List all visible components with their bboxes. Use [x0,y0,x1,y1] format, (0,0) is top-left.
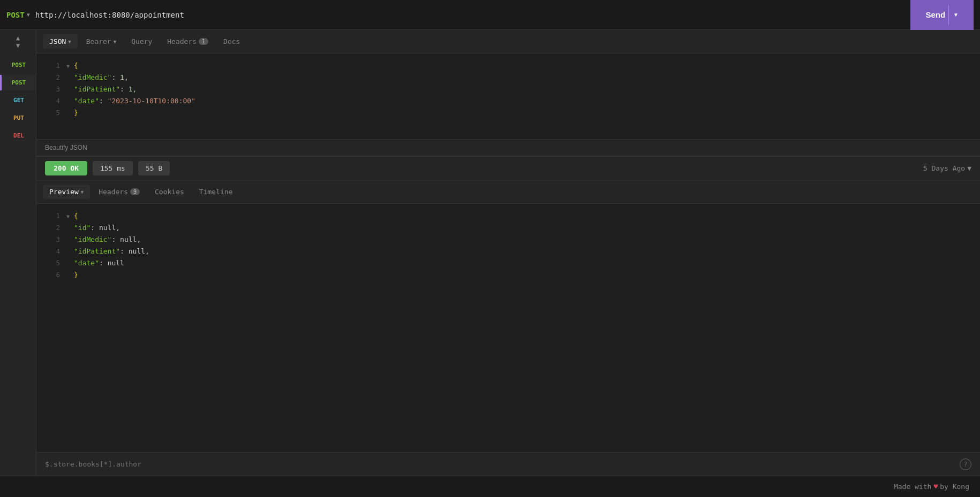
req-line-5: 5 } [36,107,980,119]
footer: Made with ♥ by Kong [0,476,980,497]
tab-json-label: JSON [49,37,66,45]
tab-bearer-label: Bearer [86,37,111,45]
status-bar: 200 OK 155 ms 55 B 5 Days Ago ▼ [36,157,980,180]
footer-heart-icon: ♥ [933,483,938,491]
tab-query-label: Query [131,37,152,45]
headers-response-badge: 9 [130,188,140,195]
res-line-1: 1 ▼ { [36,210,980,222]
res-line-4: 4 "idPatient": null, [36,246,980,257]
req-line-1: 1 ▼ { [36,60,980,72]
beautify-json-button[interactable]: Beautify JSON [45,144,87,151]
res-line-2: 2 "id": null, [36,222,980,234]
headers-request-badge: 1 [199,38,208,45]
response-body-editor: 1 ▼ { 2 "id": null, 3 "idMedic": null, [36,204,980,452]
tab-json[interactable]: JSON ▼ [43,34,78,49]
response-size: 55 B [138,161,170,175]
request-body-editor[interactable]: 1 ▼ { 2 "idMedic": 1, 3 "idPatient": 1, [36,53,980,139]
sidebar-item-del[interactable]: DEL [0,128,36,143]
sidebar-item-post-2[interactable]: POST [0,75,36,90]
footer-brand: Made with ♥ by Kong [894,483,969,491]
response-time: 155 ms [93,161,133,175]
tab-bearer[interactable]: Bearer ▼ [80,34,123,49]
jsonpath-bar: ? [36,452,980,476]
tab-headers-request-label: Headers [167,37,197,45]
tab-bearer-chevron: ▼ [114,39,116,44]
tab-preview-chevron: ▼ [81,189,84,195]
req-line-2: 2 "idMedic": 1, [36,72,980,83]
jsonpath-help-icon[interactable]: ? [960,458,971,470]
method-selector[interactable]: POST ▼ [6,11,30,19]
status-code-badge: 200 OK [45,161,87,175]
method-label: POST [6,11,25,19]
main-layout: ▲ ▼ POST POST GET PUT DEL JSON ▼ Bearer … [0,30,980,476]
timestamp-chevron-icon: ▼ [967,164,971,172]
tab-timeline-label: Timeline [199,188,233,196]
request-panel: JSON ▼ Bearer ▼ Query Headers 1 Docs [36,30,980,157]
tab-cookies[interactable]: Cookies [148,185,191,199]
req-line-3: 3 "idPatient": 1, [36,83,980,95]
tab-preview-label: Preview [49,188,79,196]
res-line-3: 3 "idMedic": null, [36,234,980,246]
top-bar: POST ▼ http://localhost:8080/appointment… [0,0,980,30]
sidebar-item-get[interactable]: GET [0,93,36,108]
send-chevron-icon: ▼ [948,5,959,25]
arrow-up-icon[interactable]: ▲ [16,34,20,42]
beautify-bar: Beautify JSON [36,139,980,156]
sidebar-scroll-arrows[interactable]: ▲ ▼ [16,34,20,50]
request-tabs-row: JSON ▼ Bearer ▼ Query Headers 1 Docs [36,30,980,53]
req-line-4: 4 "date": "2023-10-10T10:00:00" [36,95,980,107]
response-panel: 200 OK 155 ms 55 B 5 Days Ago ▼ Preview … [36,157,980,476]
timestamp-label: 5 Days Ago [923,164,965,172]
response-tabs-row: Preview ▼ Headers 9 Cookies Timeline [36,180,980,204]
tab-docs[interactable]: Docs [217,34,246,49]
response-timestamp[interactable]: 5 Days Ago ▼ [923,164,971,172]
send-label: Send [925,10,945,19]
res-line-6: 6 } [36,269,980,281]
sidebar-item-post-1[interactable]: POST [0,57,36,73]
sidebar: ▲ ▼ POST POST GET PUT DEL [0,30,36,476]
tab-headers-response-label: Headers [99,188,128,196]
send-button[interactable]: Send ▼ [910,0,974,30]
sidebar-item-put[interactable]: PUT [0,110,36,126]
footer-by-kong: by Kong [940,483,969,491]
footer-made-with: Made with [894,483,931,491]
tab-preview[interactable]: Preview ▼ [43,185,90,199]
tab-docs-label: Docs [223,37,240,45]
url-display: http://localhost:8080/appointment [35,11,906,19]
method-chevron-icon: ▼ [27,12,30,18]
tab-json-chevron: ▼ [68,39,71,44]
tab-query[interactable]: Query [125,34,159,49]
res-line-5: 5 "date": null [36,257,980,269]
tab-headers-response[interactable]: Headers 9 [92,185,146,199]
content-area: JSON ▼ Bearer ▼ Query Headers 1 Docs [36,30,980,476]
jsonpath-input[interactable] [45,460,960,468]
tab-cookies-label: Cookies [155,188,184,196]
tab-headers-request[interactable]: Headers 1 [161,34,215,49]
tab-timeline[interactable]: Timeline [193,185,239,199]
arrow-down-icon[interactable]: ▼ [16,42,20,49]
